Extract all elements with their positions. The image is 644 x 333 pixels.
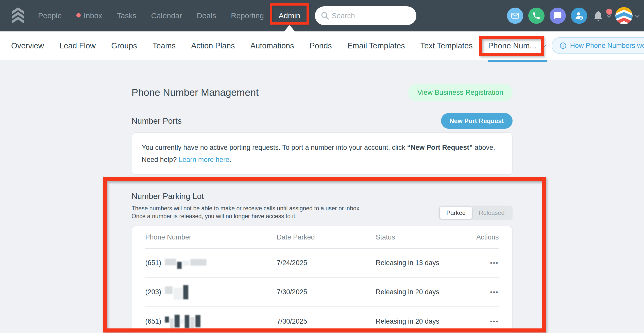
toggle-label: Released [479,209,504,216]
nav-label: Reporting [231,11,264,20]
top-navigation-bar: People Inbox Tasks Calendar Deals Report… [0,0,644,31]
nav-item-admin[interactable]: Admin [279,0,300,31]
account-menu-button[interactable] [615,7,638,24]
global-search [315,0,416,31]
date-parked-value: 7/30/2025 [277,318,376,325]
tab-label: Action Plans [191,41,235,50]
tab-label: Groups [111,41,137,50]
tab-overview[interactable]: Overview [11,31,44,60]
table-row: (203) 7/30/2025 Releasing in 20 days ••• [145,278,499,307]
date-parked-value: 7/30/2025 [277,288,376,296]
row-actions-button[interactable]: ••• [475,318,499,325]
button-label: New Port Request [450,117,504,125]
toggle-parked[interactable]: Parked [440,207,472,219]
email-button[interactable] [507,8,523,24]
table-row: (651) 7/30/2025 Releasing in 20 days ••• [145,307,499,333]
nav-label: Tasks [117,11,137,20]
nav-item-people[interactable]: People [38,0,62,31]
avatar [615,7,633,24]
nav-item-reporting[interactable]: Reporting [231,0,264,31]
texting-button[interactable] [550,8,566,24]
nav-item-deals[interactable]: Deals [197,0,216,31]
notice-text: You currently have no active porting req… [142,144,407,151]
notice-text: . [229,156,231,163]
nav-label: Inbox [83,11,102,20]
email-icon [511,11,520,20]
logo-chevrons-icon [11,7,25,24]
nav-label: People [38,11,62,20]
active-tab-caret [284,25,295,31]
phone-number-value: (651) [145,259,161,267]
view-business-registration-button[interactable]: View Business Registration [408,84,513,101]
info-icon [559,42,567,49]
tab-phone-numbers[interactable]: Phone Num... [488,31,536,60]
phone-icon [532,11,541,20]
column-header-date-parked: Date Parked [277,233,376,241]
status-value: Releasing in 20 days [376,288,475,296]
parking-lot-description-line2: Once a number is released, you will no l… [132,212,361,220]
notice-bold-text: “New Port Request” [407,144,473,151]
add-person-button[interactable] [571,8,587,24]
tab-action-plans[interactable]: Action Plans [191,31,235,60]
number-ports-heading: Number Ports [132,116,182,126]
phone-number-management-page: Phone Number Management View Business Re… [132,84,513,333]
button-label: View Business Registration [417,88,503,97]
nav-label: Calendar [151,11,182,20]
table-header-row: Phone Number Date Parked Status Actions [145,226,499,249]
learn-more-link[interactable]: Learn more here [179,156,229,163]
notifications-bell-icon [592,10,604,22]
notifications-button[interactable] [592,10,610,22]
column-header-status: Status [376,233,475,241]
new-port-request-button[interactable]: New Port Request [441,113,513,129]
page-title: Phone Number Management [132,87,259,98]
number-parking-lot-header: Number Parking Lot These numbers will no… [132,192,513,220]
unread-dot [76,13,81,17]
tab-label: Automations [250,41,294,50]
status-value: Releasing in 13 days [376,259,475,267]
chevron-down-icon [542,43,546,48]
tab-automations[interactable]: Automations [250,31,294,60]
search-icon [320,11,330,20]
tab-label: Teams [152,41,176,50]
table-row: (651) 7/24/2025 Releasing in 13 days ••• [145,249,499,278]
tab-teams[interactable]: Teams [152,31,176,60]
tab-label: Ponds [310,41,332,50]
tab-text-templates[interactable]: Text Templates [420,31,473,60]
tab-label: Email Templates [347,41,405,50]
nav-item-tasks[interactable]: Tasks [117,0,137,31]
column-header-phone-number: Phone Number [145,233,277,241]
column-header-actions: Actions [475,233,499,241]
phone-number-value: (651) [145,318,161,325]
redacted-phone-digits [165,285,189,299]
chevron-down-icon [635,13,639,17]
nav-label: Admin [279,11,300,20]
search-input[interactable] [315,6,416,25]
tab-lead-flow[interactable]: Lead Flow [59,31,96,60]
parking-lot-description-line1: These numbers will not be able to make o… [132,205,361,212]
nav-item-calendar[interactable]: Calendar [151,0,182,31]
row-actions-button[interactable]: ••• [475,289,499,296]
toggle-released[interactable]: Released [472,207,511,219]
help-button-label: How Phone Numbers work [570,42,644,50]
tab-email-templates[interactable]: Email Templates [347,31,405,60]
tab-ponds[interactable]: Ponds [310,31,332,60]
redacted-phone-digits [165,315,201,328]
row-actions-button[interactable]: ••• [475,260,499,267]
porting-notice-card: You currently have no active porting req… [132,132,513,175]
status-value: Releasing in 20 days [376,318,475,325]
toggle-label: Parked [446,209,466,216]
tab-label: Lead Flow [59,41,96,50]
tab-label: Overview [11,41,44,50]
redacted-phone-digits [165,260,208,267]
how-phone-numbers-work-button[interactable]: How Phone Numbers work [552,37,644,54]
nav-item-inbox[interactable]: Inbox [76,0,102,31]
nav-label: Deals [197,11,216,20]
admin-sub-navigation: Overview Lead Flow Groups Teams Action P… [0,31,644,60]
tab-groups[interactable]: Groups [111,31,137,60]
parked-released-toggle: Parked Released [438,206,512,220]
number-parking-lot-heading: Number Parking Lot [132,192,361,201]
parked-numbers-table-card: Phone Number Date Parked Status Actions … [132,226,513,333]
app-logo[interactable] [11,0,25,31]
date-parked-value: 7/24/2025 [277,259,376,267]
calls-button[interactable] [528,8,545,24]
